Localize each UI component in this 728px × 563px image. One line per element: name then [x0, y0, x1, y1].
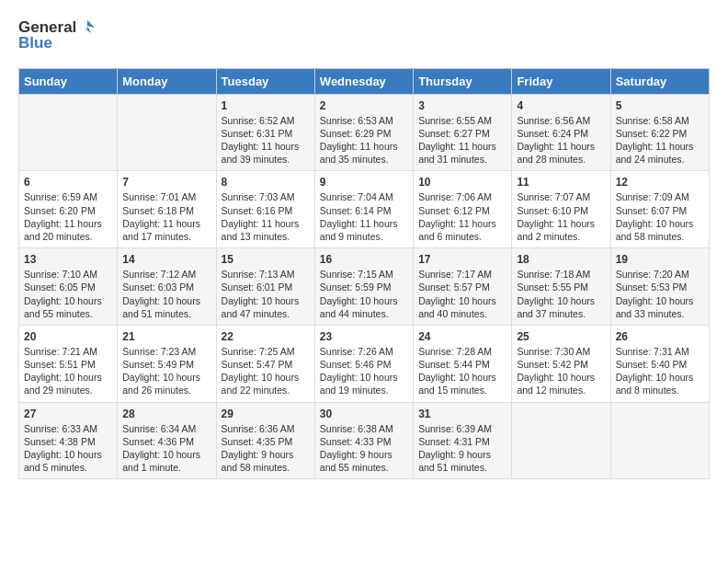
calendar-cell: 13Sunrise: 7:10 AM Sunset: 6:05 PM Dayli… [19, 248, 118, 326]
calendar-cell: 11Sunrise: 7:07 AM Sunset: 6:10 PM Dayli… [512, 171, 610, 248]
day-number: 20 [24, 330, 112, 343]
day-content: Sunrise: 7:28 AM Sunset: 5:44 PM Dayligh… [418, 345, 506, 397]
day-content: Sunrise: 6:39 AM Sunset: 4:31 PM Dayligh… [418, 422, 506, 475]
day-number: 16 [320, 253, 408, 266]
calendar-cell: 14Sunrise: 7:12 AM Sunset: 6:03 PM Dayli… [118, 248, 216, 326]
calendar-cell: 10Sunrise: 7:06 AM Sunset: 6:12 PM Dayli… [414, 171, 512, 248]
day-content: Sunrise: 7:06 AM Sunset: 6:12 PM Dayligh… [418, 190, 506, 243]
calendar-cell [118, 94, 216, 171]
day-number: 23 [320, 330, 408, 343]
weekday-header-sunday: Sunday [19, 68, 118, 94]
day-number: 19 [616, 253, 704, 266]
day-content: Sunrise: 6:38 AM Sunset: 4:33 PM Dayligh… [320, 422, 408, 475]
calendar-cell: 17Sunrise: 7:17 AM Sunset: 5:57 PM Dayli… [414, 248, 512, 326]
calendar-cell: 20Sunrise: 7:21 AM Sunset: 5:51 PM Dayli… [19, 325, 118, 402]
calendar-cell [512, 402, 610, 479]
day-number: 28 [122, 408, 210, 420]
day-content: Sunrise: 6:59 AM Sunset: 6:20 PM Dayligh… [24, 190, 112, 243]
calendar-cell [610, 402, 709, 479]
day-content: Sunrise: 7:03 AM Sunset: 6:16 PM Dayligh… [222, 190, 310, 243]
day-content: Sunrise: 7:21 AM Sunset: 5:51 PM Dayligh… [24, 345, 112, 397]
calendar-cell: 30Sunrise: 6:38 AM Sunset: 4:33 PM Dayli… [314, 402, 413, 479]
week-row-3: 13Sunrise: 7:10 AM Sunset: 6:05 PM Dayli… [19, 248, 710, 326]
day-content: Sunrise: 7:17 AM Sunset: 5:57 PM Dayligh… [418, 268, 506, 320]
weekday-header-wednesday: Wednesday [314, 68, 413, 94]
day-content: Sunrise: 7:13 AM Sunset: 6:01 PM Dayligh… [222, 268, 310, 320]
weekday-header-monday: Monday [118, 68, 216, 94]
page-header: General Blue [18, 18, 710, 53]
day-number: 11 [517, 176, 605, 189]
day-number: 24 [418, 330, 506, 343]
week-row-2: 6Sunrise: 6:59 AM Sunset: 6:20 PM Daylig… [19, 171, 710, 248]
day-number: 10 [418, 176, 506, 189]
day-number: 25 [517, 330, 605, 343]
calendar-cell: 24Sunrise: 7:28 AM Sunset: 5:44 PM Dayli… [414, 325, 512, 402]
calendar-cell: 6Sunrise: 6:59 AM Sunset: 6:20 PM Daylig… [19, 171, 118, 248]
day-content: Sunrise: 7:26 AM Sunset: 5:46 PM Dayligh… [320, 345, 408, 397]
day-number: 1 [222, 99, 310, 112]
week-row-4: 20Sunrise: 7:21 AM Sunset: 5:51 PM Dayli… [19, 325, 710, 402]
weekday-header-saturday: Saturday [610, 68, 709, 94]
weekday-header-thursday: Thursday [414, 68, 512, 94]
calendar-cell [19, 94, 118, 171]
calendar-cell: 18Sunrise: 7:18 AM Sunset: 5:55 PM Dayli… [512, 248, 610, 326]
day-content: Sunrise: 7:07 AM Sunset: 6:10 PM Dayligh… [517, 190, 605, 243]
day-content: Sunrise: 7:18 AM Sunset: 5:55 PM Dayligh… [517, 268, 605, 320]
day-number: 22 [222, 330, 310, 343]
day-content: Sunrise: 6:56 AM Sunset: 6:24 PM Dayligh… [517, 114, 605, 167]
day-content: Sunrise: 6:33 AM Sunset: 4:38 PM Dayligh… [24, 422, 112, 475]
calendar-cell: 25Sunrise: 7:30 AM Sunset: 5:42 PM Dayli… [512, 325, 610, 402]
calendar-cell: 22Sunrise: 7:25 AM Sunset: 5:47 PM Dayli… [216, 325, 314, 402]
day-content: Sunrise: 7:20 AM Sunset: 5:53 PM Dayligh… [616, 268, 704, 320]
week-row-1: 1Sunrise: 6:52 AM Sunset: 6:31 PM Daylig… [19, 94, 710, 171]
day-number: 31 [418, 408, 506, 420]
logo-blue: Blue [18, 34, 52, 52]
day-content: Sunrise: 6:36 AM Sunset: 4:35 PM Dayligh… [222, 422, 310, 475]
day-number: 13 [24, 253, 112, 266]
day-content: Sunrise: 6:52 AM Sunset: 6:31 PM Dayligh… [222, 114, 310, 167]
day-number: 18 [517, 253, 605, 266]
calendar-cell: 27Sunrise: 6:33 AM Sunset: 4:38 PM Dayli… [19, 402, 118, 479]
weekday-header-friday: Friday [512, 68, 610, 94]
day-content: Sunrise: 7:01 AM Sunset: 6:18 PM Dayligh… [122, 190, 210, 243]
calendar-cell: 26Sunrise: 7:31 AM Sunset: 5:40 PM Dayli… [610, 325, 709, 402]
calendar-cell: 3Sunrise: 6:55 AM Sunset: 6:27 PM Daylig… [414, 94, 512, 171]
calendar-cell: 19Sunrise: 7:20 AM Sunset: 5:53 PM Dayli… [610, 248, 709, 326]
day-number: 17 [418, 253, 506, 266]
logo-bird-icon [78, 18, 97, 37]
day-number: 15 [222, 253, 310, 266]
day-number: 21 [122, 330, 210, 343]
day-number: 9 [320, 176, 408, 189]
day-content: Sunrise: 7:31 AM Sunset: 5:40 PM Dayligh… [616, 345, 704, 397]
week-row-5: 27Sunrise: 6:33 AM Sunset: 4:38 PM Dayli… [19, 402, 710, 479]
day-content: Sunrise: 7:30 AM Sunset: 5:42 PM Dayligh… [517, 345, 605, 397]
calendar-cell: 7Sunrise: 7:01 AM Sunset: 6:18 PM Daylig… [118, 171, 216, 248]
day-number: 2 [320, 99, 408, 112]
day-content: Sunrise: 7:25 AM Sunset: 5:47 PM Dayligh… [222, 345, 310, 397]
calendar-cell: 23Sunrise: 7:26 AM Sunset: 5:46 PM Dayli… [314, 325, 413, 402]
day-number: 12 [616, 176, 704, 189]
day-content: Sunrise: 6:34 AM Sunset: 4:36 PM Dayligh… [122, 422, 210, 475]
day-content: Sunrise: 7:12 AM Sunset: 6:03 PM Dayligh… [122, 268, 210, 320]
calendar-cell: 29Sunrise: 6:36 AM Sunset: 4:35 PM Dayli… [216, 402, 314, 479]
day-number: 6 [24, 176, 112, 189]
calendar-cell: 31Sunrise: 6:39 AM Sunset: 4:31 PM Dayli… [414, 402, 512, 479]
calendar-cell: 21Sunrise: 7:23 AM Sunset: 5:49 PM Dayli… [118, 325, 216, 402]
day-content: Sunrise: 6:55 AM Sunset: 6:27 PM Dayligh… [418, 114, 506, 167]
day-content: Sunrise: 7:23 AM Sunset: 5:49 PM Dayligh… [122, 345, 210, 397]
calendar-cell: 2Sunrise: 6:53 AM Sunset: 6:29 PM Daylig… [314, 94, 413, 171]
logo: General Blue [18, 18, 97, 53]
calendar-cell: 15Sunrise: 7:13 AM Sunset: 6:01 PM Dayli… [216, 248, 314, 326]
calendar-cell: 16Sunrise: 7:15 AM Sunset: 5:59 PM Dayli… [314, 248, 413, 326]
calendar-cell: 9Sunrise: 7:04 AM Sunset: 6:14 PM Daylig… [314, 171, 413, 248]
calendar-cell: 4Sunrise: 6:56 AM Sunset: 6:24 PM Daylig… [512, 94, 610, 171]
day-content: Sunrise: 7:15 AM Sunset: 5:59 PM Dayligh… [320, 268, 408, 320]
calendar-cell: 12Sunrise: 7:09 AM Sunset: 6:07 PM Dayli… [610, 171, 709, 248]
calendar-cell: 8Sunrise: 7:03 AM Sunset: 6:16 PM Daylig… [216, 171, 314, 248]
day-number: 30 [320, 408, 408, 420]
svg-marker-0 [84, 20, 95, 33]
day-content: Sunrise: 7:10 AM Sunset: 6:05 PM Dayligh… [24, 268, 112, 320]
calendar-cell: 1Sunrise: 6:52 AM Sunset: 6:31 PM Daylig… [216, 94, 314, 171]
weekday-header-row: SundayMondayTuesdayWednesdayThursdayFrid… [19, 68, 710, 94]
day-number: 26 [616, 330, 704, 343]
